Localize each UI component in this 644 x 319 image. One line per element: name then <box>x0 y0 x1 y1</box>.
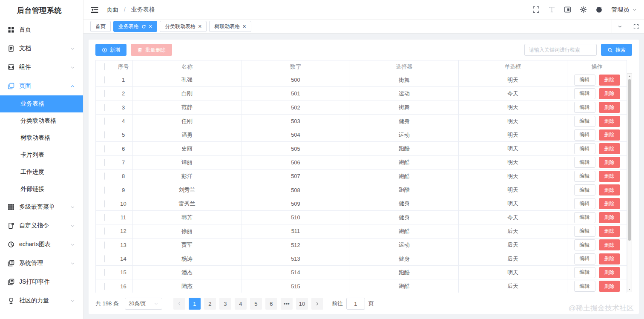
edit-button[interactable]: 编辑 <box>574 143 595 154</box>
edit-button[interactable]: 编辑 <box>574 267 595 278</box>
user-menu[interactable]: 管理员 <box>611 6 637 14</box>
delete-button[interactable]: 删除 <box>599 253 620 264</box>
font-size-icon[interactable] <box>548 6 555 13</box>
row-checkbox[interactable] <box>104 241 105 249</box>
row-checkbox[interactable] <box>104 214 105 221</box>
pagination-page-button[interactable]: 4 <box>235 298 247 310</box>
tab-item-3[interactable]: 树联动表格× <box>209 21 251 32</box>
edit-button[interactable]: 编辑 <box>574 157 595 168</box>
scrollbar-thumb[interactable] <box>628 79 631 241</box>
edit-button[interactable]: 编辑 <box>574 198 595 209</box>
tabs-dropdown-button[interactable] <box>612 20 628 33</box>
row-checkbox[interactable] <box>104 283 105 290</box>
pagination-page-button[interactable]: 1 <box>189 298 201 310</box>
sidebar-item-js-print[interactable]: JS打印事件 <box>0 273 83 291</box>
row-checkbox[interactable] <box>104 90 105 97</box>
delete-button[interactable]: 删除 <box>599 267 620 278</box>
sidebar-subitem-category-linked-table[interactable]: 分类联动表格 <box>0 112 83 129</box>
pagination-prev-button[interactable] <box>173 298 185 310</box>
sidebar-subitem-business-table[interactable]: 业务表格 <box>0 95 83 112</box>
tab-item-1[interactable]: 业务表格× <box>113 21 157 32</box>
edit-button[interactable]: 编辑 <box>574 253 595 264</box>
layout-icon[interactable] <box>564 6 571 13</box>
row-checkbox[interactable] <box>104 269 105 276</box>
delete-button[interactable]: 删除 <box>599 157 620 168</box>
row-checkbox[interactable] <box>104 76 105 83</box>
delete-button[interactable]: 删除 <box>599 75 620 86</box>
tab-close-icon[interactable]: × <box>242 23 246 29</box>
tabs-fullscreen-button[interactable] <box>628 20 644 33</box>
sidebar-subitem-card-list[interactable]: 卡片列表 <box>0 147 83 164</box>
edit-button[interactable]: 编辑 <box>574 75 595 86</box>
sidebar-item-home[interactable]: 首页 <box>0 20 83 39</box>
pagination-page-button[interactable]: 3 <box>219 298 231 310</box>
edit-button[interactable]: 编辑 <box>574 102 595 113</box>
row-checkbox[interactable] <box>104 172 105 180</box>
row-checkbox[interactable] <box>104 131 105 138</box>
sidebar-item-echarts[interactable]: echarts图表 <box>0 235 83 254</box>
breadcrumb-item[interactable]: 页面 <box>106 6 118 13</box>
delete-button[interactable]: 删除 <box>599 88 620 99</box>
row-checkbox[interactable] <box>104 118 105 125</box>
delete-button[interactable]: 删除 <box>599 171 620 182</box>
edit-button[interactable]: 编辑 <box>574 116 595 127</box>
pagination-page-button[interactable]: 2 <box>204 298 216 310</box>
row-checkbox[interactable] <box>104 255 105 262</box>
edit-button[interactable]: 编辑 <box>574 88 595 99</box>
sidebar-subitem-tree-linked-table[interactable]: 树联动表格 <box>0 129 83 147</box>
pagination-next-button[interactable] <box>311 298 323 310</box>
menu-fold-icon[interactable] <box>90 6 99 14</box>
github-icon[interactable] <box>595 6 603 13</box>
edit-button[interactable]: 编辑 <box>574 184 595 195</box>
row-checkbox[interactable] <box>104 200 105 207</box>
search-input[interactable] <box>524 44 597 56</box>
tab-close-icon[interactable]: × <box>149 23 152 29</box>
sidebar-item-components[interactable]: 组件 <box>0 58 83 77</box>
sidebar-item-pages[interactable]: 页面 <box>0 77 83 95</box>
tab-item-2[interactable]: 分类联动表格× <box>160 21 207 32</box>
edit-button[interactable]: 编辑 <box>574 226 595 237</box>
delete-button[interactable]: 删除 <box>599 239 620 250</box>
delete-button[interactable]: 删除 <box>599 116 620 127</box>
sidebar-item-docs[interactable]: 文档 <box>0 39 83 58</box>
row-checkbox[interactable] <box>104 227 105 235</box>
delete-button[interactable]: 删除 <box>599 212 620 223</box>
table-scrollbar[interactable] <box>627 73 632 292</box>
edit-button[interactable]: 编辑 <box>574 281 595 292</box>
edit-button[interactable]: 编辑 <box>574 239 595 250</box>
batch-delete-button[interactable]: 批量删除 <box>131 44 172 56</box>
goto-page-input[interactable] <box>346 298 365 310</box>
edit-button[interactable]: 编辑 <box>574 129 595 141</box>
add-button[interactable]: 新增 <box>95 44 126 56</box>
row-checkbox[interactable] <box>104 159 105 166</box>
sidebar-item-custom-directive[interactable]: 自定义指令 <box>0 216 83 235</box>
edit-button[interactable]: 编辑 <box>574 171 595 182</box>
delete-button[interactable]: 删除 <box>599 129 620 141</box>
fullscreen-icon[interactable] <box>532 6 540 13</box>
delete-button[interactable]: 删除 <box>599 226 620 237</box>
sidebar-subitem-work-progress[interactable]: 工作进度 <box>0 164 83 181</box>
sidebar-subitem-external-link[interactable]: 外部链接 <box>0 181 83 198</box>
page-size-select[interactable]: 20条/页 <box>125 298 162 310</box>
pagination-page-button[interactable]: 5 <box>250 298 262 310</box>
row-checkbox[interactable] <box>104 104 105 111</box>
delete-button[interactable]: 删除 <box>599 198 620 209</box>
pagination-ellipsis[interactable]: ••• <box>281 298 293 310</box>
pagination-page-button[interactable]: 10 <box>296 298 308 310</box>
select-all-checkbox[interactable] <box>104 63 105 70</box>
row-checkbox[interactable] <box>104 145 105 152</box>
pagination-page-button[interactable]: 6 <box>265 298 277 310</box>
sidebar-item-community[interactable]: 社区的力量 <box>0 291 83 310</box>
tab-home[interactable]: 首页 <box>90 21 111 32</box>
delete-button[interactable]: 删除 <box>599 184 620 195</box>
delete-button[interactable]: 删除 <box>599 102 620 113</box>
row-checkbox[interactable] <box>104 187 105 194</box>
gear-icon[interactable] <box>580 6 587 13</box>
delete-button[interactable]: 删除 <box>599 281 620 292</box>
sidebar-item-system-management[interactable]: 系统管理 <box>0 254 83 273</box>
tab-close-icon[interactable]: × <box>198 23 201 29</box>
edit-button[interactable]: 编辑 <box>574 212 595 223</box>
delete-button[interactable]: 删除 <box>599 143 620 154</box>
search-button[interactable]: 搜索 <box>601 44 632 56</box>
sidebar-item-nested-menu[interactable]: 多级嵌套菜单 <box>0 198 83 216</box>
